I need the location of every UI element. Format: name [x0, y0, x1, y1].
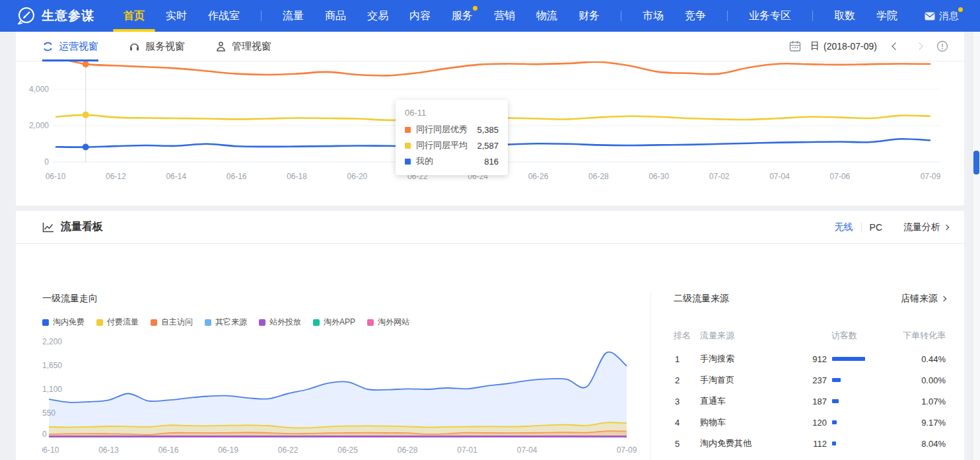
nav-item-实时[interactable]: 实时	[166, 0, 187, 32]
nav-item-流量[interactable]: 流量	[283, 0, 304, 32]
tab-label: 运营视窗	[59, 40, 98, 53]
source-rank: 1	[675, 354, 680, 364]
traffic-source-row[interactable]: 5淘内免费其他1128.04%	[674, 433, 946, 454]
brand[interactable]: 生意参谋	[16, 6, 94, 26]
source-visitors-bar	[832, 357, 868, 361]
badge-dot	[958, 7, 963, 12]
nav-message[interactable]: 消息	[925, 10, 964, 22]
svg-text:0: 0	[42, 430, 47, 439]
nav-item-商品[interactable]: 商品	[325, 0, 346, 32]
nav-item-取数[interactable]: 取数	[834, 0, 855, 32]
tooltip-row: 同行同层优秀5,385	[405, 124, 499, 135]
legend-label: 淘外APP	[324, 317, 355, 328]
source-visitors: 120	[812, 418, 827, 428]
traffic-board-body: 一级流量走向 淘内免费付费流量自主访问其它来源站外投放淘外APP淘外网站 2,2…	[16, 244, 964, 460]
legend-item-淘外网站[interactable]: 淘外网站	[367, 317, 409, 328]
source-visitors-bar	[832, 399, 868, 403]
legend-item-自主访问[interactable]: 自主访问	[151, 317, 193, 328]
page-scrollbar[interactable]	[972, 32, 980, 460]
svg-text:07-02: 07-02	[709, 172, 730, 181]
prev-date-button[interactable]	[892, 42, 899, 50]
traffic-analysis-link[interactable]: 流量分析	[903, 221, 948, 233]
toggle-wireless[interactable]: 无线	[835, 221, 853, 233]
source-conversion: 9.17%	[921, 418, 946, 428]
legend-item-淘内免费[interactable]: 淘内免费	[42, 317, 85, 328]
traffic-board-header: 流量看板 无线 PC 流量分析	[16, 211, 964, 244]
area-chart-canvas[interactable]: 2,2001,6501,100550006-1006-1306-1606-190…	[42, 334, 666, 460]
series-color-swatch	[405, 127, 411, 133]
legend-item-淘外APP[interactable]: 淘外APP	[313, 317, 355, 328]
next-date-button[interactable]	[915, 42, 923, 50]
shop-source-link[interactable]: 店铺来源	[901, 293, 946, 305]
legend-item-付费流量[interactable]: 付费流量	[96, 317, 139, 328]
source-visitors: 112	[813, 439, 827, 449]
legend-label: 站外投放	[269, 317, 301, 328]
column-header: 访客数	[831, 330, 857, 342]
source-conversion: 0.00%	[921, 375, 946, 385]
board-links: 无线 PC 流量分析	[835, 221, 948, 233]
line-chart-icon	[42, 222, 54, 233]
headset-icon	[129, 41, 140, 52]
traffic-board-title: 流量看板	[61, 220, 103, 234]
nav-item-交易[interactable]: 交易	[367, 0, 388, 32]
nav-item-财务[interactable]: 财务	[578, 0, 600, 32]
svg-text:2,200: 2,200	[42, 337, 62, 346]
svg-text:1,100: 1,100	[42, 385, 62, 394]
date-granularity[interactable]: 日	[810, 40, 820, 52]
overview-card: 运营视窗服务视窗管理视窗 日 (2018-07-09) 02,0004,0000…	[16, 32, 964, 206]
svg-text:06-22: 06-22	[278, 445, 298, 455]
tab-服务视窗[interactable]: 服务视窗	[129, 32, 185, 61]
nav-item-营销[interactable]: 营销	[494, 0, 515, 32]
legend-swatch	[259, 319, 265, 326]
nav-message-label: 消息	[939, 10, 959, 22]
info-icon[interactable]	[936, 40, 948, 52]
secondary-traffic-sources: 二级流量来源 店铺来源 排名流量来源访客数下单转化率 1手淘搜索9120.44%…	[674, 293, 946, 460]
legend-item-其它来源[interactable]: 其它来源	[205, 317, 247, 328]
svg-text:07-09: 07-09	[921, 172, 941, 181]
scrollbar-thumb[interactable]	[973, 151, 979, 174]
tab-管理视窗[interactable]: 管理视窗	[215, 32, 271, 61]
nav-item-业务专区[interactable]: 业务专区	[749, 0, 791, 32]
svg-text:06-12: 06-12	[106, 172, 126, 181]
legend-item-站外投放[interactable]: 站外投放	[259, 317, 301, 328]
visitor-compare-chart[interactable]: 02,0004,00006-1006-1206-1406-1606-1806-2…	[16, 61, 964, 205]
top-nav: 生意参谋 首页实时作战室流量商品交易内容服务营销物流财务市场竞争业务专区取数学院…	[0, 0, 980, 32]
legend-label: 淘外网站	[378, 317, 409, 328]
section-divider	[650, 293, 651, 460]
svg-text:06-16: 06-16	[227, 172, 247, 181]
source-visitors: 912	[812, 354, 827, 364]
tab-label: 服务视窗	[145, 40, 185, 53]
nav-item-物流[interactable]: 物流	[536, 0, 557, 32]
nav-item-学院[interactable]: 学院	[876, 0, 897, 32]
svg-text:06-13: 06-13	[98, 445, 119, 455]
legend-label: 自主访问	[161, 317, 193, 328]
nav-divider	[261, 11, 262, 21]
date-value[interactable]: (2018-07-09)	[823, 41, 877, 52]
nav-menu: 首页实时作战室流量商品交易内容服务营销物流财务市场竞争业务专区取数学院	[123, 0, 897, 32]
svg-text:06-28: 06-28	[398, 445, 418, 455]
svg-text:06-18: 06-18	[287, 172, 307, 181]
traffic-source-row[interactable]: 4购物车1209.17%	[674, 412, 946, 433]
legend-label: 淘内免费	[53, 317, 85, 328]
message-icon	[925, 12, 935, 20]
nav-item-竞争[interactable]: 竞争	[685, 0, 706, 32]
brand-name: 生意参谋	[42, 7, 94, 24]
toggle-pc[interactable]: PC	[870, 222, 882, 233]
sources-title: 二级流量来源	[674, 293, 729, 305]
series-color-swatch	[405, 143, 411, 149]
tooltip-series-value: 2,587	[477, 141, 499, 151]
nav-item-首页[interactable]: 首页	[123, 0, 145, 32]
traffic-source-row[interactable]: 2手淘首页2370.00%	[674, 369, 946, 391]
nav-item-服务[interactable]: 服务	[452, 0, 473, 32]
source-conversion: 8.04%	[921, 439, 946, 449]
svg-text:07-04: 07-04	[769, 172, 790, 181]
traffic-source-row[interactable]: 1手淘搜索9120.44%	[674, 348, 946, 369]
traffic-source-row[interactable]: 3直通车1871.07%	[674, 391, 946, 412]
tab-运营视窗[interactable]: 运营视窗	[42, 32, 98, 61]
calendar-icon[interactable]	[789, 40, 801, 52]
svg-text:06-19: 06-19	[218, 445, 238, 455]
nav-item-内容[interactable]: 内容	[409, 0, 431, 32]
nav-item-市场[interactable]: 市场	[643, 0, 664, 32]
svg-text:2,000: 2,000	[29, 121, 49, 130]
nav-item-作战室[interactable]: 作战室	[208, 0, 240, 32]
